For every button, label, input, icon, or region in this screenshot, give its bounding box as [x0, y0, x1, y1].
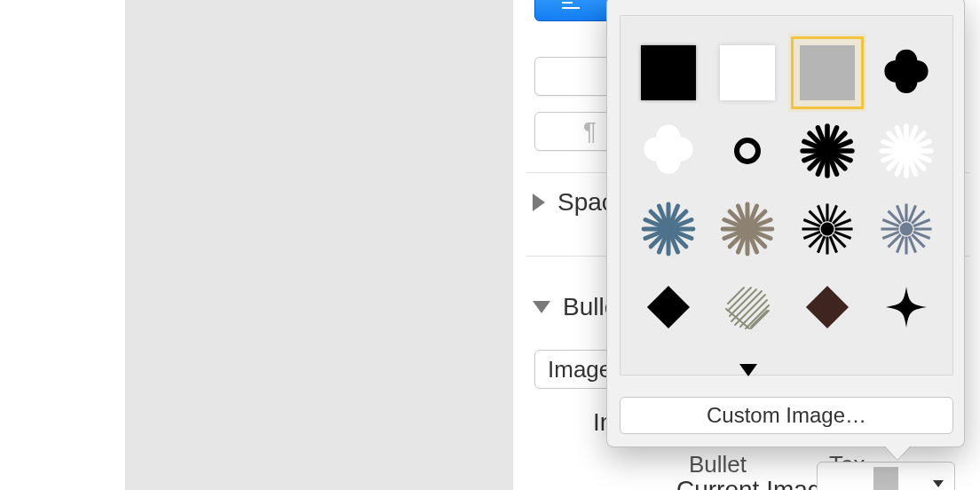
bullet-swatch-circle-outline[interactable] [708, 112, 786, 190]
bullet-swatch-more-indicator [739, 364, 757, 376]
bullet-swatch-diamond-sketch[interactable] [708, 268, 786, 346]
current-image-swatch-button[interactable] [817, 462, 955, 490]
svg-point-81 [900, 223, 913, 236]
editor-canvas[interactable] [125, 0, 512, 490]
bullet-swatch-burst-steel[interactable] [629, 190, 707, 268]
bullet-swatch-sun-slate[interactable] [867, 190, 945, 268]
bullet-image-grid [620, 15, 953, 375]
bullet-column-label: Bullet [689, 451, 747, 478]
pilcrow-icon: ¶ [583, 117, 597, 146]
bullet-swatch-sun-black[interactable] [788, 190, 866, 268]
bullets-section-header[interactable]: Bulle [533, 293, 618, 321]
custom-image-button[interactable]: Custom Image… [620, 397, 953, 434]
current-image-swatch [873, 467, 898, 490]
bullet-swatch-quatrefoil-white[interactable] [629, 112, 707, 190]
popover-tail [884, 446, 911, 460]
bullet-swatch-quatrefoil-black[interactable] [867, 34, 945, 112]
bullet-swatch-burst-taupe[interactable] [708, 190, 786, 268]
spacing-section-header[interactable]: Spac [533, 188, 614, 217]
chevron-down-icon [533, 301, 550, 313]
bullet-swatch-diamond-black[interactable] [629, 268, 707, 346]
bullet-swatch-fourpoint-star[interactable] [867, 268, 945, 346]
bullet-swatch-square-grey[interactable] [788, 34, 866, 112]
align-left-icon [555, 0, 587, 11]
chevron-right-icon [533, 194, 545, 211]
bullet-type-value: Image [548, 356, 612, 383]
chevron-down-icon [933, 480, 944, 487]
bullet-swatch-diamond-brown[interactable] [788, 268, 866, 346]
bullet-image-popover: Custom Image… [606, 0, 965, 447]
bullet-swatch-burst-white[interactable] [867, 112, 945, 190]
svg-point-64 [820, 223, 834, 236]
custom-image-label: Custom Image… [707, 403, 866, 428]
bullet-swatch-burst-black[interactable] [788, 112, 866, 190]
bullet-swatch-square-white[interactable] [708, 34, 786, 112]
bullet-swatch-square-black[interactable] [629, 34, 707, 112]
